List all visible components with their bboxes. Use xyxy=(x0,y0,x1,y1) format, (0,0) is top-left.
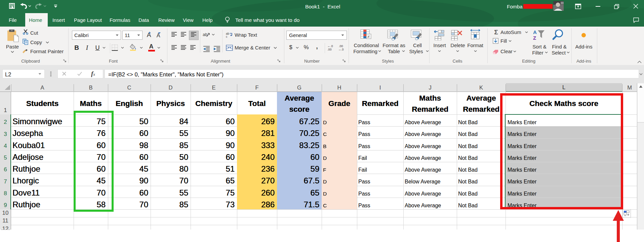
svg-text:≠: ≠ xyxy=(367,34,370,39)
svg-text:Z: Z xyxy=(533,35,536,41)
svg-text:←.0: ←.0 xyxy=(327,44,333,48)
svg-text:c: c xyxy=(226,35,228,38)
svg-text:.00: .00 xyxy=(339,44,343,48)
svg-text:A: A xyxy=(533,29,537,35)
svg-text:.00: .00 xyxy=(327,48,332,51)
svg-text:→.0: →.0 xyxy=(338,48,344,51)
